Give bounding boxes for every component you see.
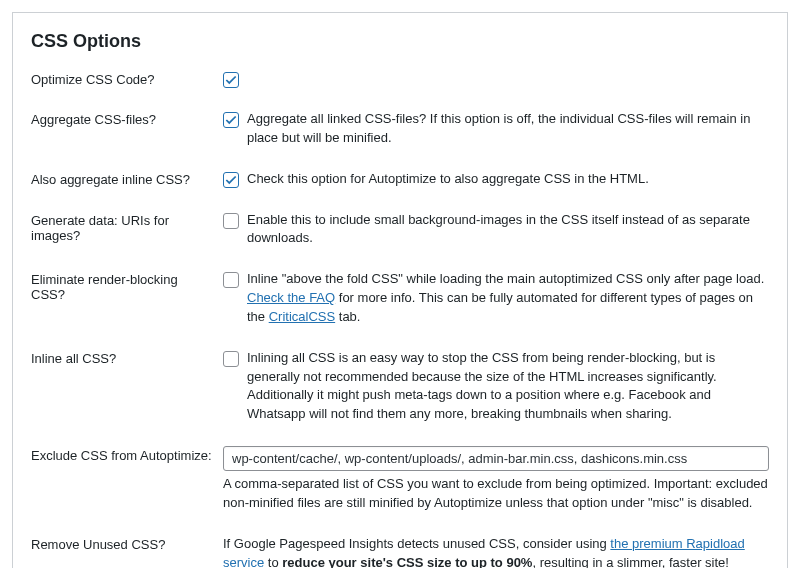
desc-text: tab. <box>335 309 360 324</box>
label-aggregate: Aggregate CSS-files? <box>31 110 223 127</box>
desc-text: Inline "above the fold CSS" while loadin… <box>247 271 764 286</box>
css-options-panel: CSS Options Optimize CSS Code? Aggregate… <box>12 12 788 568</box>
check-icon <box>224 73 238 87</box>
row-render-blocking: Eliminate render-blocking CSS? Inline "a… <box>31 270 769 327</box>
check-icon <box>224 113 238 127</box>
row-also-inline: Also aggregate inline CSS? Check this op… <box>31 170 769 189</box>
row-remove-unused: Remove Unused CSS? If Google Pagespeed I… <box>31 535 769 568</box>
row-optimize: Optimize CSS Code? <box>31 70 769 88</box>
row-inline-all: Inline all CSS? Inlining all CSS is an e… <box>31 349 769 424</box>
label-inline-all: Inline all CSS? <box>31 349 223 366</box>
desc-text: , resulting in a slimmer, faster site! <box>532 555 729 568</box>
label-optimize: Optimize CSS Code? <box>31 70 223 87</box>
label-remove-unused: Remove Unused CSS? <box>31 535 223 552</box>
checkbox-also-inline[interactable] <box>223 172 239 188</box>
panel-title: CSS Options <box>31 31 769 52</box>
input-exclude-css[interactable] <box>223 446 769 471</box>
desc-also-inline: Check this option for Autoptimize to als… <box>247 170 649 189</box>
desc-text: to <box>264 555 282 568</box>
label-data-uris: Generate data: URIs for images? <box>31 211 223 243</box>
row-data-uris: Generate data: URIs for images? Enable t… <box>31 211 769 249</box>
desc-text: If Google Pagespeed Insights detects unu… <box>223 536 610 551</box>
label-also-inline: Also aggregate inline CSS? <box>31 170 223 187</box>
checkbox-data-uris[interactable] <box>223 213 239 229</box>
link-criticalcss[interactable]: CriticalCSS <box>269 309 335 324</box>
checkbox-inline-all[interactable] <box>223 351 239 367</box>
checkbox-optimize[interactable] <box>223 72 239 88</box>
check-icon <box>224 173 238 187</box>
link-check-faq[interactable]: Check the FAQ <box>247 290 335 305</box>
desc-inline-all: Inlining all CSS is an easy way to stop … <box>247 349 769 424</box>
checkbox-render-blocking[interactable] <box>223 272 239 288</box>
checkbox-aggregate[interactable] <box>223 112 239 128</box>
desc-aggregate: Aggregate all linked CSS-files? If this … <box>247 110 769 148</box>
desc-bold: reduce your site's CSS size to up to 90% <box>282 555 532 568</box>
row-exclude: Exclude CSS from Autoptimize: A comma-se… <box>31 446 769 513</box>
desc-render-blocking: Inline "above the fold CSS" while loadin… <box>247 270 769 327</box>
desc-data-uris: Enable this to include small background-… <box>247 211 769 249</box>
help-exclude: A comma-separated list of CSS you want t… <box>223 475 769 513</box>
label-exclude: Exclude CSS from Autoptimize: <box>31 446 223 463</box>
label-render-blocking: Eliminate render-blocking CSS? <box>31 270 223 302</box>
row-aggregate: Aggregate CSS-files? Aggregate all linke… <box>31 110 769 148</box>
desc-remove-unused: If Google Pagespeed Insights detects unu… <box>223 535 769 568</box>
